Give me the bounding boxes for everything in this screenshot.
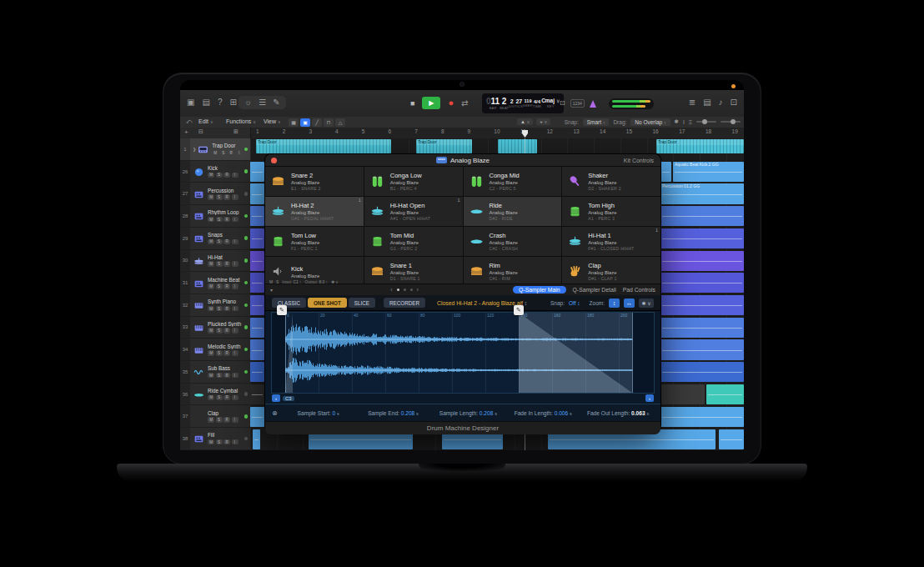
flex-icon[interactable]: ⊓ [324, 118, 334, 127]
note-pads-icon[interactable]: ▤ [703, 98, 711, 107]
mute-button[interactable]: M [208, 350, 214, 356]
back-icon[interactable]: ⤺ [186, 118, 192, 125]
region[interactable]: Aquatic Beat Kick.2 GG [673, 162, 744, 182]
pointer-tool[interactable]: ▲ ∨ [517, 118, 533, 125]
record-enable-button[interactable]: R [223, 439, 230, 445]
mute-button[interactable]: M [208, 306, 214, 312]
alignment-icon[interactable]: ✱ [675, 118, 679, 125]
region[interactable] [660, 362, 744, 382]
region[interactable] [250, 162, 264, 182]
sample-start-line[interactable] [285, 313, 286, 393]
action-menu-button[interactable]: ✱ ∨ [639, 299, 654, 308]
info-sample-length[interactable]: Sample Length: 0.208 s [432, 410, 504, 416]
record-enable-button[interactable]: R [223, 350, 230, 356]
region[interactable] [253, 429, 260, 449]
region[interactable] [250, 206, 264, 226]
mute-button[interactable]: M [208, 194, 214, 200]
region[interactable] [660, 407, 744, 427]
region[interactable] [250, 407, 264, 427]
drum-pad-kick[interactable]: KickAnalog BlazeMSInput: C1 ↕Output: 8.0… [265, 257, 364, 286]
track-row[interactable]: 27PercussionMSRI [180, 183, 250, 205]
kit-controls-link[interactable]: Kit Controls [624, 158, 654, 163]
disclosure-caret[interactable]: ❯ [193, 147, 196, 152]
input-monitor-button[interactable]: I [232, 217, 239, 223]
record-enable-button[interactable]: R [223, 173, 230, 178]
solo-button[interactable]: S [216, 284, 223, 289]
add-track-button[interactable]: + [184, 128, 188, 136]
play-button[interactable]: ▶ [422, 97, 440, 109]
mute-button[interactable]: M [208, 173, 214, 178]
mute-button[interactable]: M [208, 217, 214, 223]
input-monitor-button[interactable]: I [232, 239, 239, 245]
record-button[interactable]: ● [448, 98, 454, 108]
lcd-display[interactable]: 011BAR 2BEAT 2DIV 27TICK 119KEEP 4/4TIME… [482, 93, 564, 113]
waveform-display[interactable]: 020406080100120140160180200 [272, 313, 654, 393]
editors-icon[interactable]: ✎ [273, 98, 279, 107]
record-enable-button[interactable]: R [223, 239, 230, 245]
grid-view-icon[interactable]: ▦ [289, 118, 299, 127]
region[interactable] [660, 206, 744, 226]
region[interactable]: Percussion 01.2 GG [660, 183, 744, 203]
h-zoom-slider[interactable] [696, 121, 716, 123]
loop-browser-icon[interactable]: ♪ [719, 98, 723, 107]
list-editors-icon[interactable]: ≣ [689, 98, 696, 107]
smart-controls-icon[interactable]: ☼ [244, 98, 252, 107]
solo-button[interactable]: S [216, 350, 223, 356]
dmd-title-bar[interactable]: Analog Blaze Kit Controls [265, 154, 660, 167]
drum-pad-tom-mid[interactable]: Tom MidAnalog BlazeG1 - PERC 2 [364, 227, 463, 256]
close-info-icon[interactable]: ⊗ [272, 409, 278, 417]
cycle-button[interactable]: ⇄ [461, 98, 468, 108]
mute-button[interactable]: M [212, 150, 218, 156]
drum-pad-ride[interactable]: RideAnalog BlazeD#2 - RIDE [464, 197, 562, 226]
mute-button[interactable]: M [208, 373, 214, 379]
mute-button[interactable]: M [208, 417, 214, 423]
drum-pad-conga-mid[interactable]: Conga MidAnalog BlazeC2 - PERC 5 [464, 167, 562, 196]
input-monitor-button[interactable]: I [232, 373, 239, 379]
region[interactable] [250, 273, 264, 293]
region[interactable] [250, 295, 264, 315]
stop-button[interactable]: ■ [410, 99, 414, 108]
functions-menu[interactable]: Functions ∨ [226, 118, 256, 124]
tab-q-sampler-main[interactable]: Q-Sampler Main [513, 286, 565, 294]
drum-pad-hi-hat-1[interactable]: 1Hi-Hat 1Analog BlazeF#1 - CLOSED HIHAT [562, 227, 660, 256]
region[interactable] [660, 318, 744, 338]
region[interactable]: Trap Door [416, 139, 472, 153]
automation-icon[interactable]: ╱ [312, 118, 322, 127]
region[interactable] [719, 429, 744, 449]
drum-pad-tom-high[interactable]: Tom HighAnalog BlazeA1 - PERC 3 [562, 197, 660, 226]
info-fade-out-length[interactable]: Fade Out Length: 0.063 s [582, 410, 654, 416]
tab-q-sampler-detail[interactable]: Q-Sampler Detail [573, 287, 616, 293]
record-enable-button[interactable]: R [228, 150, 234, 156]
input-monitor-button[interactable]: I [232, 284, 239, 289]
record-enable-button[interactable]: R [223, 217, 230, 223]
pad-pager[interactable]: ‹› [265, 287, 544, 293]
input-monitor-button[interactable]: I [232, 395, 239, 401]
info-sample-end[interactable]: Sample End: 0.208 s [358, 410, 429, 416]
input-monitor-button[interactable]: I [232, 194, 239, 200]
mute-button[interactable]: M [208, 261, 214, 267]
drum-pad-clap[interactable]: ClapAnalog BlazeD#1 - CLAP 1 [562, 257, 660, 286]
secondary-tool[interactable]: + ∨ [536, 118, 550, 125]
view-menu[interactable]: View ∨ [264, 118, 281, 124]
drag-dropdown[interactable]: No Overlap ↕ [630, 118, 670, 126]
drum-pad-hi-hat-open[interactable]: 1Hi-Hat OpenAnalog BlazeA#1 - OPEN HIHAT [364, 197, 463, 226]
info-sample-start[interactable]: Sample Start: 0 s [283, 410, 354, 416]
library-icon[interactable]: ▣ [187, 98, 194, 107]
region[interactable] [250, 183, 264, 203]
browsers-icon[interactable]: ⊡ [731, 98, 737, 107]
tab-pad-controls[interactable]: Pad Controls [623, 287, 655, 293]
input-monitor-button[interactable]: I [232, 328, 239, 334]
region[interactable] [660, 251, 744, 271]
record-enable-button[interactable]: R [223, 395, 230, 401]
v-zoom-slider[interactable] [721, 121, 741, 123]
region[interactable] [250, 384, 264, 404]
record-enable-button[interactable]: R [223, 328, 230, 334]
fade-out-handle[interactable]: ✎ [514, 305, 524, 315]
region[interactable] [250, 362, 264, 382]
input-monitor-button[interactable]: I [232, 417, 239, 423]
region[interactable]: Trap Door [256, 139, 391, 153]
drum-pad-tom-low[interactable]: Tom LowAnalog BlazeF1 - PERC 1 [265, 227, 364, 256]
quick-help-icon[interactable]: ? [218, 98, 223, 107]
mixer-icon[interactable]: ☰ [259, 98, 266, 107]
input-monitor-button[interactable]: I [232, 173, 239, 178]
